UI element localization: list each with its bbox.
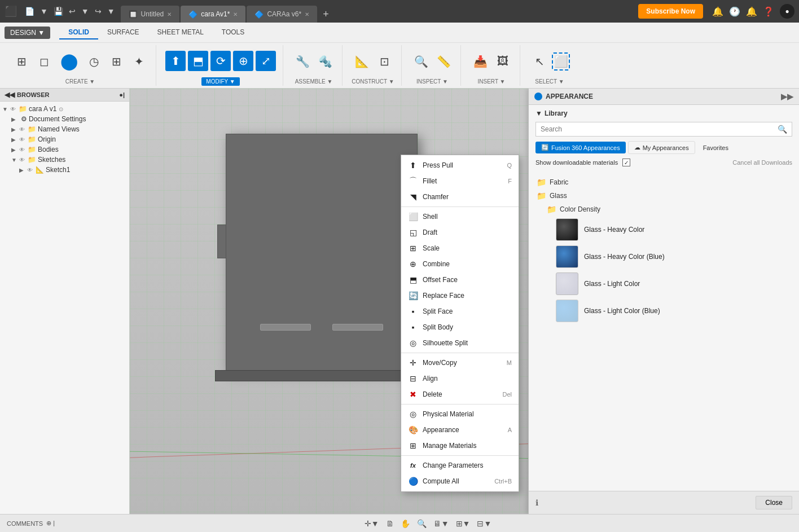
home-icon[interactable]: 🗎 — [386, 519, 394, 528]
menu-item-draft[interactable]: ◱ Draft — [401, 225, 519, 240]
menu-item-chamfer[interactable]: ◥ Chamfer — [401, 189, 519, 205]
tree-item-namedviews[interactable]: ▶ 👁 📁 Named Views — [0, 124, 129, 134]
modify-group-label[interactable]: MODIFY ▼ — [201, 77, 239, 86]
menu-item-scale[interactable]: ⊞ Scale — [401, 240, 519, 256]
plane-icon[interactable]: 📐 — [352, 51, 372, 72]
move-icon[interactable]: ✛▼ — [365, 519, 379, 528]
menu-item-align[interactable]: ⊟ Align — [401, 371, 519, 386]
tab-close-caraa[interactable]: ✕ — [305, 11, 309, 17]
viewport[interactable]: Z FRONT X ⬆ Press Pull Q ⌒ Fillet F ◥ Ch… — [130, 89, 799, 514]
add-comment-button[interactable]: ⊕ | — [46, 520, 55, 527]
assemble-group-label[interactable]: ASSEMBLE ▼ — [295, 78, 333, 86]
menu-item-split-face[interactable]: ▪ Split Face — [401, 304, 519, 319]
redo-icon[interactable]: ↪ — [94, 6, 103, 17]
redo-dropdown[interactable]: ▼ — [106, 6, 116, 17]
construct-group-label[interactable]: CONSTRUCT ▼ — [352, 78, 394, 86]
menu-item-press-pull[interactable]: ⬆ Press Pull Q — [401, 157, 519, 173]
undo-dropdown[interactable]: ▼ — [80, 6, 90, 17]
axis-icon[interactable]: ⊡ — [374, 51, 394, 72]
shell-icon[interactable]: ⊕ — [233, 51, 253, 71]
tab-my-appearances[interactable]: ☁ My Appearances — [628, 141, 695, 154]
undo-icon[interactable]: ↩ — [68, 6, 77, 17]
insert-mesh-icon[interactable]: 📥 — [470, 51, 490, 72]
menu-item-fillet[interactable]: ⌒ Fillet F — [401, 173, 519, 189]
menu-item-offset-face[interactable]: ⬒ Offset Face — [401, 272, 519, 288]
chamfer-icon[interactable]: ⟳ — [210, 51, 231, 71]
material-glass-heavy-color[interactable]: Glass - Heavy Color — [535, 216, 792, 243]
tab-cara-av1[interactable]: 🔷 cara Av1* ✕ — [181, 6, 245, 23]
dropdown-arrow[interactable]: ▼ — [39, 6, 49, 17]
select-cursor-icon[interactable]: ↖ — [529, 51, 550, 72]
measure-icon[interactable]: 🔍 — [411, 51, 431, 72]
display-icon[interactable]: 🖥▼ — [433, 519, 449, 528]
cancel-downloads-link[interactable]: Cancel all Downloads — [732, 159, 792, 166]
folder-glass[interactable]: 📁 Glass — [535, 189, 792, 203]
tree-eye-namedviews[interactable]: 👁 — [19, 126, 25, 133]
menu-item-compute-all[interactable]: 🔵 Compute All Ctrl+B — [401, 473, 519, 489]
tab-caraa-v6[interactable]: 🔷 CARAa v6* ✕ — [247, 6, 317, 23]
menu-item-manage-materials[interactable]: ⊞ Manage Materials — [401, 438, 519, 454]
fillet-icon[interactable]: ⬒ — [188, 51, 208, 71]
menu-item-physical-material[interactable]: ◎ Physical Material — [401, 406, 519, 422]
alert-icon[interactable]: 🔔 — [746, 6, 757, 17]
browser-collapse-icon[interactable]: ◀◀ — [5, 91, 15, 99]
history-icon[interactable]: 🕐 — [729, 6, 740, 17]
menu-item-replace-face[interactable]: 🔄 Replace Face — [401, 288, 519, 304]
folder-fabric[interactable]: 📁 Fabric — [535, 175, 792, 189]
add-tab-button[interactable]: + — [318, 6, 333, 23]
zoom-icon[interactable]: 🔍 — [417, 519, 427, 528]
loft-icon[interactable]: ⊞ — [106, 51, 126, 72]
tree-eye-sketch1[interactable]: 👁 — [27, 167, 33, 173]
menu-item-combine[interactable]: ⊕ Combine — [401, 256, 519, 272]
design-button[interactable]: DESIGN ▼ — [5, 27, 50, 39]
extrude-icon[interactable]: ◻ — [34, 51, 54, 72]
menu-item-move-copy[interactable]: ✛ Move/Copy M — [401, 355, 519, 371]
show-downloads-checkbox[interactable]: ✓ — [622, 159, 630, 166]
inspect-group-label[interactable]: INSPECT ▼ — [416, 78, 448, 86]
material-glass-light-color-blue[interactable]: Glass - Light Color (Blue) — [535, 297, 792, 324]
save-icon[interactable]: 💾 — [52, 6, 64, 17]
revolve-icon[interactable]: ⬤ — [56, 49, 81, 74]
help-icon[interactable]: ❓ — [763, 6, 774, 17]
select-box-icon[interactable]: ⬜ — [552, 52, 570, 71]
ribbon-tab-tools[interactable]: TOOLS — [213, 26, 253, 39]
menu-item-delete[interactable]: ✖ Delete Del — [401, 386, 519, 402]
tab-fusion360-appearances[interactable]: 🔄 Fusion 360 Appearances — [535, 142, 626, 153]
new-component-icon[interactable]: ⊞ — [11, 51, 32, 72]
tree-eye-root[interactable]: 👁 — [10, 106, 16, 112]
ribbon-tab-surface[interactable]: SURFACE — [98, 26, 148, 39]
material-glass-heavy-color-blue[interactable]: Glass - Heavy Color (Blue) — [535, 243, 792, 270]
ribbon-tab-solid[interactable]: SOLID — [59, 26, 98, 39]
appearance-library-title[interactable]: ▼ Library — [535, 109, 792, 117]
subscribe-button[interactable]: Subscribe Now — [638, 4, 703, 19]
tree-item-bodies[interactable]: ▶ 👁 📁 Bodies — [0, 144, 129, 155]
pan-icon[interactable]: ✋ — [401, 519, 410, 528]
snap-icon[interactable]: ⊟▼ — [477, 519, 491, 528]
more-modify-icon[interactable]: ⤢ — [256, 51, 276, 71]
more-create-icon[interactable]: ✦ — [129, 51, 149, 72]
interference-icon[interactable]: 📏 — [433, 51, 454, 72]
menu-item-silhouette-split[interactable]: ◎ Silhouette Split — [401, 335, 519, 351]
create-group-label[interactable]: CREATE ▼ — [65, 78, 95, 86]
menu-item-shell[interactable]: ⬜ Shell — [401, 209, 519, 225]
close-button[interactable]: Close — [756, 496, 792, 509]
user-avatar[interactable]: ● — [780, 4, 794, 19]
menu-item-change-params[interactable]: fx Change Parameters — [401, 458, 519, 473]
search-input[interactable] — [541, 125, 778, 133]
info-icon[interactable]: ℹ — [535, 498, 538, 507]
notifications-icon[interactable]: 🔔 — [712, 6, 723, 17]
new-file-icon[interactable]: 📄 — [24, 6, 36, 17]
tree-item-sketches[interactable]: ▼ 👁 📁 Sketches — [0, 155, 129, 165]
menu-item-split-body[interactable]: ▪ Split Body — [401, 319, 519, 335]
tree-eye-origin[interactable]: 👁 — [19, 137, 25, 143]
appearance-expand-button[interactable]: ▶▶ — [781, 92, 793, 101]
tree-eye-sketches[interactable]: 👁 — [19, 157, 25, 163]
tab-close-untitled[interactable]: ✕ — [167, 11, 172, 17]
tree-item-origin[interactable]: ▶ 👁 📁 Origin — [0, 134, 129, 144]
folder-color-density[interactable]: 📁 Color Density — [535, 203, 792, 216]
tree-item-root[interactable]: ▼ 👁 📁 cara A v1 ⊙ — [0, 104, 129, 114]
tree-item-docsettings[interactable]: ▶ ⚙ Document Settings — [0, 114, 129, 124]
material-glass-light-color[interactable]: Glass - Light Color — [535, 270, 792, 297]
select-group-label[interactable]: SELECT ▼ — [535, 78, 564, 86]
press-pull-icon[interactable]: ⬆ — [165, 51, 186, 71]
